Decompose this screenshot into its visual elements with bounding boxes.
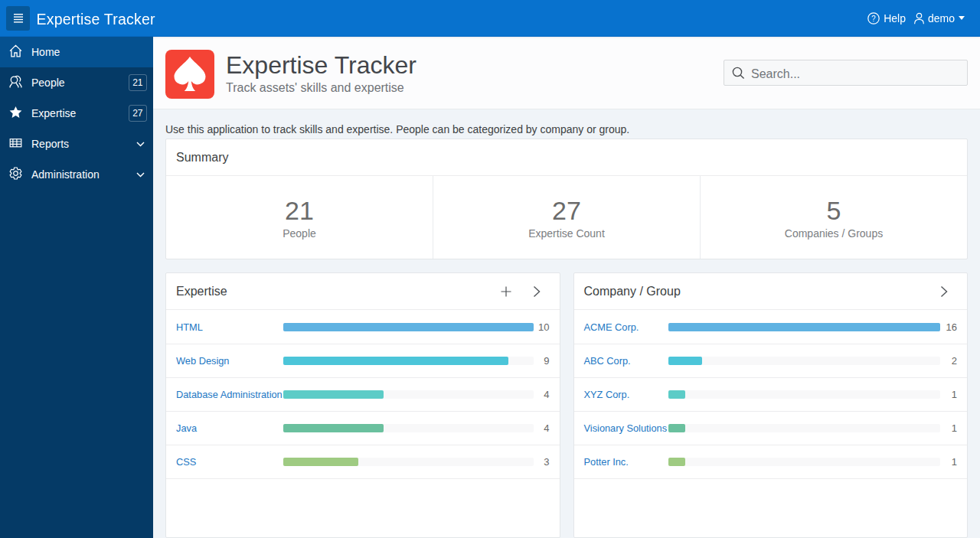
svg-text:?: ?: [871, 14, 876, 22]
